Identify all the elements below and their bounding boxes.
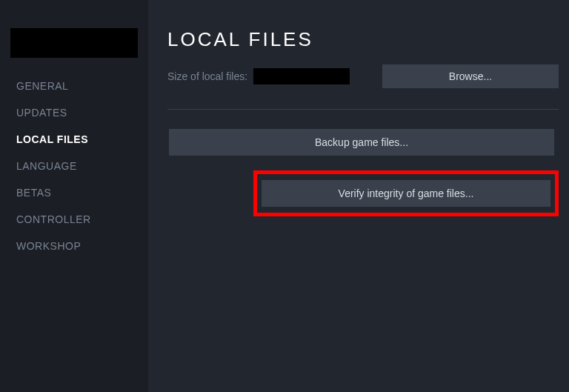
sidebar-item-betas[interactable]: BETAS [0, 179, 148, 206]
size-row: Size of local files: Browse... [167, 64, 559, 88]
sidebar-item-language[interactable]: LANGUAGE [0, 153, 148, 179]
sidebar-item-updates[interactable]: UPDATES [0, 99, 148, 126]
size-value-placeholder [253, 68, 350, 84]
browse-button[interactable]: Browse... [382, 64, 559, 88]
sidebar-item-controller[interactable]: CONTROLLER [0, 206, 148, 233]
sidebar-item-local-files[interactable]: LOCAL FILES [0, 126, 148, 153]
main-content: LOCAL FILES Size of local files: Browse.… [148, 0, 569, 392]
sidebar: GENERAL UPDATES LOCAL FILES LANGUAGE BET… [0, 0, 148, 392]
page-title: LOCAL FILES [167, 28, 559, 51]
verify-integrity-button[interactable]: Verify integrity of game files... [262, 180, 550, 207]
backup-button[interactable]: Backup game files... [169, 129, 554, 156]
size-label: Size of local files: [167, 70, 247, 82]
game-title-placeholder [10, 28, 138, 58]
sidebar-item-workshop[interactable]: WORKSHOP [0, 233, 148, 259]
highlight-annotation: Verify integrity of game files... [253, 170, 559, 216]
sidebar-item-general[interactable]: GENERAL [0, 73, 148, 99]
action-container: Backup game files... Verify integrity of… [167, 129, 559, 216]
divider [167, 109, 559, 110]
